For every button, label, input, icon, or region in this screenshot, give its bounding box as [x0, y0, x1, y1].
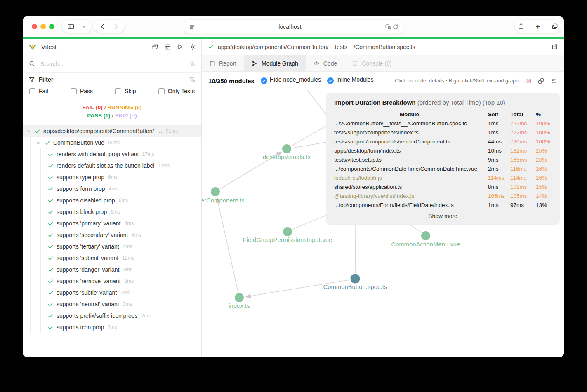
back-icon[interactable]	[96, 23, 109, 30]
tree-test-row[interactable]: supports 'tertiary' variant 4ms	[41, 241, 201, 252]
table-row[interactable]: tests/vitest.setup.ts 9ms 165ms 23%	[334, 155, 552, 164]
graph-node[interactable]	[283, 227, 292, 236]
cell-total: 97ms	[508, 201, 533, 210]
traffic-lights	[32, 24, 54, 29]
graph-node[interactable]	[211, 187, 220, 196]
check-icon	[47, 174, 54, 181]
windows-icon[interactable]	[151, 43, 158, 51]
tab-overview-icon[interactable]	[548, 23, 562, 30]
table-row[interactable]: apps/desktop/form/index.ts 10ms 182ms 25…	[334, 146, 552, 155]
graph-node-label: index.ts	[229, 303, 250, 309]
test-label: supports 'remove' variant	[57, 278, 121, 284]
table-row[interactable]: shared/stores/application.ts 8ms 108ms 1…	[334, 183, 552, 192]
suite-label: CommonButton.vue	[53, 139, 104, 146]
filter-option[interactable]: Only Tests	[158, 88, 195, 94]
checkbox-checked-icon[interactable]	[261, 77, 267, 84]
tree-test-row[interactable]: supports 'remove' variant 3ms	[41, 275, 201, 287]
checkbox[interactable]	[29, 88, 35, 94]
tree-test-row[interactable]: supports 'danger' variant 3ms	[41, 264, 201, 275]
reload-icon[interactable]	[392, 23, 399, 30]
filter-option[interactable]: Fail	[29, 88, 48, 94]
clipboard-icon	[209, 60, 215, 66]
tree-test-row[interactable]: supports type prop 6ms	[41, 171, 201, 183]
theme-toggle-icon[interactable]	[189, 43, 196, 51]
panel-icon[interactable]	[164, 43, 171, 51]
cell-total: 108ms	[508, 183, 533, 192]
filter-clear-icon[interactable]	[189, 76, 196, 83]
table-icon[interactable]	[525, 77, 532, 85]
extensions-badge-icon[interactable]	[384, 23, 392, 31]
tree-test-row[interactable]: supports icon prop 3ms	[41, 322, 201, 333]
table-row[interactable]: ...s/CommonButton/__tests__/CommonButton…	[334, 119, 552, 128]
check-icon	[47, 244, 54, 250]
tree-test-row[interactable]: supports 'secondary' variant 4ms	[41, 229, 201, 241]
tree-test-row[interactable]: supports 'submit' variant 12ms	[41, 252, 201, 264]
chevron-down-icon[interactable]	[26, 129, 31, 134]
url-text: localhost	[196, 23, 384, 30]
tree-test-row[interactable]: supports disabled prop 6ms	[41, 195, 201, 206]
hide-node-modules-toggle[interactable]: Hide node_modules	[261, 76, 321, 85]
tree-test-row[interactable]: supports block prop 6ms	[41, 206, 201, 218]
reset-icon[interactable]	[550, 77, 557, 85]
checkbox-checked-icon[interactable]	[327, 77, 334, 84]
table-row[interactable]: lodash-es/lodash.js 114ms 114ms 16%	[334, 174, 552, 183]
tree-test-row[interactable]: renders default slot as the button label…	[41, 160, 201, 171]
tree-test-row[interactable]: supports 'neutral' variant 3ms	[41, 298, 201, 310]
main-panel: apps/desktop/components/CommonButton/__t…	[202, 39, 564, 357]
filter-clear-icon[interactable]	[189, 61, 196, 67]
tab-report[interactable]: Report	[202, 55, 244, 71]
tree-test-row[interactable]: supports 'subtle' variant 2ms	[41, 287, 201, 298]
graph-node[interactable]	[235, 293, 244, 302]
table-row[interactable]: .../components/CommonDateTime/CommonDate…	[334, 164, 552, 174]
chevron-down-icon[interactable]	[78, 24, 90, 29]
tree-suite-row[interactable]: CommonButton.vue 90ms	[31, 137, 201, 148]
tree-test-row[interactable]: supports prefix/suffix icon props 2ms	[41, 310, 201, 322]
chain-icon[interactable]	[537, 77, 545, 85]
check-icon	[47, 186, 54, 192]
checkbox[interactable]	[115, 88, 121, 94]
share-icon[interactable]	[514, 23, 528, 30]
minimize-window-button[interactable]	[40, 24, 46, 29]
tree-file-row[interactable]: apps/desktop/components/CommonButton/_..…	[23, 125, 201, 137]
column-pct: %	[533, 110, 552, 119]
module-graph-canvas[interactable]: desktopVisuals.ts erComponent.ts FieldGr…	[202, 90, 564, 357]
checkbox[interactable]	[158, 88, 165, 94]
sidebar-toggle-icon[interactable]	[64, 23, 78, 31]
test-time: 2ms	[141, 313, 151, 319]
filter-option[interactable]: Skip	[115, 88, 136, 94]
cell-module: ...s/CommonButton/__tests__/CommonButton…	[334, 119, 485, 128]
tab-module-graph[interactable]: Module Graph	[244, 55, 306, 71]
close-window-button[interactable]	[32, 24, 37, 29]
check-icon	[47, 301, 54, 307]
new-tab-icon[interactable]: +	[532, 22, 544, 31]
test-time: 6ms	[111, 209, 120, 215]
external-link-icon[interactable]	[551, 43, 558, 50]
cell-pct: 100%	[533, 128, 552, 137]
forward-icon[interactable]	[109, 23, 123, 30]
search-input[interactable]	[40, 60, 185, 68]
test-label: supports 'submit' variant	[57, 255, 118, 261]
graph-node[interactable]	[282, 144, 291, 153]
table-row[interactable]: ...top/components/Form/fields/FieldDate/…	[334, 201, 552, 210]
show-more-button[interactable]: Show more	[334, 213, 552, 219]
zoom-window-button[interactable]	[49, 24, 54, 29]
tree-test-row[interactable]: renders with default prop values 17ms	[41, 148, 201, 160]
tab-console[interactable]: Console (0)	[344, 55, 399, 71]
tree-test-row[interactable]: supports form prop 4ms	[41, 183, 201, 195]
file-label: apps/desktop/components/CommonButton/_..…	[43, 128, 162, 134]
reader-icon[interactable]	[189, 23, 196, 31]
run-all-icon[interactable]	[177, 43, 184, 51]
inline-modules-toggle[interactable]: Inline Modules	[327, 76, 373, 85]
graph-node[interactable]	[421, 231, 430, 240]
cell-self: 44ms	[485, 137, 508, 146]
chevron-down-icon[interactable]	[36, 140, 41, 146]
tree-test-row[interactable]: supports 'primary' variant 4ms	[41, 218, 201, 229]
url-bar[interactable]: localhost	[184, 20, 403, 34]
table-row[interactable]: @testing-library/vue/dist/index.js 105ms…	[334, 192, 552, 201]
graph-node-focused[interactable]	[351, 274, 360, 284]
table-row[interactable]: tests/support/components/renderComponent…	[334, 137, 552, 146]
table-row[interactable]: tests/support/components/index.ts 1ms 72…	[334, 128, 552, 137]
filter-option[interactable]: Pass	[71, 88, 93, 94]
tab-code[interactable]: Code	[306, 55, 344, 71]
checkbox[interactable]	[71, 88, 77, 94]
